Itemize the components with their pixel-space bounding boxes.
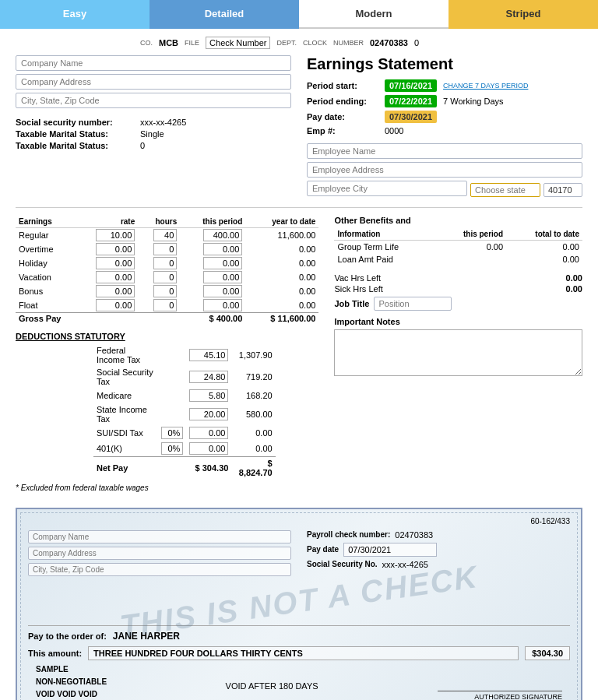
company-address-input[interactable]: [16, 74, 291, 90]
earn-ytd: 0.00: [245, 256, 318, 270]
ded-period-input[interactable]: [189, 408, 228, 420]
co-val: MCB: [159, 38, 178, 47]
check-company-info: [28, 530, 291, 579]
sample-line3: VOID VOID VOID: [36, 688, 107, 700]
period-start-label: Period start:: [307, 81, 385, 90]
ded-row: 401(K) 0.00: [93, 441, 276, 457]
earn-label: Overtime: [16, 242, 74, 256]
earnings-section: Earnings rate hours this period year to …: [16, 216, 318, 492]
earn-rate-input[interactable]: [96, 271, 135, 283]
sample-line1: SAMPLE: [36, 663, 107, 676]
ded-ytd: 168.20: [231, 388, 275, 403]
clock-label: CLOCK: [303, 39, 327, 47]
payroll-check-val: 02470383: [395, 530, 433, 540]
void-after: VOID AFTER 180 DAYS: [226, 681, 319, 700]
auth-sig-section: AUTHORIZED SIGNATURE: [438, 691, 562, 700]
sick-hrs-label: Sick Hrs Left: [334, 284, 382, 294]
earn-period-input[interactable]: [203, 271, 242, 283]
emp-val: 0000: [385, 126, 403, 135]
earn-hours-input[interactable]: [153, 271, 177, 283]
emp-name-input[interactable]: [307, 143, 582, 159]
important-notes-area[interactable]: [334, 329, 582, 376]
ded-period-input[interactable]: [189, 371, 228, 383]
earn-period-input[interactable]: [203, 299, 242, 311]
amount-row: This amount: THREE HUNDRED FOUR DOLLARS …: [28, 646, 570, 660]
tab-easy[interactable]: Easy: [0, 0, 150, 29]
emp-row: Emp #: 0000: [307, 126, 582, 135]
top-section: Social security number: xxx-xx-4265 Taxa…: [16, 55, 582, 199]
benefits-info-col: Information: [334, 228, 436, 241]
benefits-title: Other Benefits and: [334, 216, 582, 225]
emp-info: [307, 143, 582, 199]
company-city-input[interactable]: [16, 93, 291, 108]
ded-pct-input[interactable]: [161, 427, 183, 439]
earn-hours-input[interactable]: [153, 257, 177, 269]
tab-detailed[interactable]: Detailed: [150, 0, 299, 29]
earn-hours-input[interactable]: [153, 243, 177, 255]
emp-city-input[interactable]: [307, 181, 467, 196]
earn-period-input[interactable]: [203, 243, 242, 255]
earn-period-input[interactable]: [203, 285, 242, 297]
amount-words: THREE HUNDRED FOUR DOLLARS THIRTY CENTS: [88, 646, 519, 660]
clock-val: 0: [414, 38, 419, 47]
ben-total: 0.00: [506, 253, 582, 266]
net-pay-row: Net Pay $ 304.30 $ 8,824.70: [93, 457, 276, 480]
check-company-address[interactable]: [28, 547, 291, 560]
vac-hrs-row: Vac Hrs Left 0.00: [334, 273, 582, 283]
earn-period-input[interactable]: [203, 257, 242, 269]
col-hours: hours: [138, 216, 180, 228]
ded-label: Federal Income Tax: [93, 344, 158, 366]
earn-label: Bonus: [16, 284, 74, 298]
earn-hours-input[interactable]: [153, 229, 177, 241]
ssn-val: xxx-xx-4265: [140, 118, 186, 127]
period-start-row: Period start: 07/16/2021 CHANGE 7 DAYS P…: [307, 79, 582, 92]
marital-val2: 0: [140, 141, 145, 150]
earn-rate-input[interactable]: [96, 299, 135, 311]
earn-rate-input[interactable]: [96, 229, 135, 241]
check-city[interactable]: [28, 563, 291, 576]
sample-text: SAMPLE NON-NEGOTIABLE VOID VOID VOID: [36, 663, 107, 700]
earn-rate-input[interactable]: [96, 257, 135, 269]
change-period-link[interactable]: CHANGE 7 DAYS PERIOD: [443, 82, 528, 90]
ded-label: Social Security Tax: [93, 366, 158, 388]
amount-val: $304.30: [525, 646, 570, 660]
ded-period-input[interactable]: [189, 442, 228, 455]
job-title-row: Job Title: [334, 297, 582, 311]
ben-this-period: 0.00: [437, 241, 506, 254]
job-title-input[interactable]: [374, 297, 452, 311]
earn-rate-input[interactable]: [96, 243, 135, 255]
ded-ytd: 719.20: [231, 366, 275, 388]
earnings-row: Vacation 0.00: [16, 270, 318, 284]
emp-state-input[interactable]: [470, 183, 540, 197]
ded-ytd: 580.00: [231, 403, 275, 425]
ben-total: 0.00: [506, 241, 582, 254]
earn-rate-input[interactable]: [96, 285, 135, 297]
emp-address-input[interactable]: [307, 162, 582, 178]
payroll-check-label: Payroll check number:: [307, 530, 390, 539]
marital-row2: Taxable Marital Status: 0: [16, 141, 291, 150]
earn-hours-input[interactable]: [153, 285, 177, 297]
ded-label: Medicare: [93, 388, 158, 403]
ded-period-input[interactable]: [189, 427, 228, 439]
emp-zip-input[interactable]: [543, 183, 582, 197]
earn-hours-input[interactable]: [153, 299, 177, 311]
tab-striped[interactable]: Striped: [448, 0, 598, 29]
earnings-benefits-section: Earnings rate hours this period year to …: [16, 216, 582, 492]
gross-ytd: 11,600.00: [277, 314, 315, 323]
net-ytd: 8,824.70: [239, 468, 273, 477]
ben-label: Group Term Life: [334, 241, 436, 254]
ded-label: State Income Tax: [93, 403, 158, 425]
pay-date-val: 07/30/2021: [385, 111, 437, 123]
earn-period-input[interactable]: [203, 229, 242, 241]
marital-row1: Taxable Marital Status: Single: [16, 129, 291, 139]
company-name-input[interactable]: [16, 55, 291, 71]
left-column: Social security number: xxx-xx-4265 Taxa…: [16, 55, 291, 199]
col-ytd: year to date: [245, 216, 318, 228]
tab-modern[interactable]: Modern: [299, 0, 448, 29]
check-pay-date-label: Pay date: [307, 545, 339, 554]
net-this-period: 304.30: [202, 463, 229, 473]
ded-pct-input[interactable]: [161, 442, 183, 455]
ded-period-input[interactable]: [189, 349, 228, 361]
ded-period-input[interactable]: [189, 389, 228, 402]
check-company-name[interactable]: [28, 530, 291, 543]
